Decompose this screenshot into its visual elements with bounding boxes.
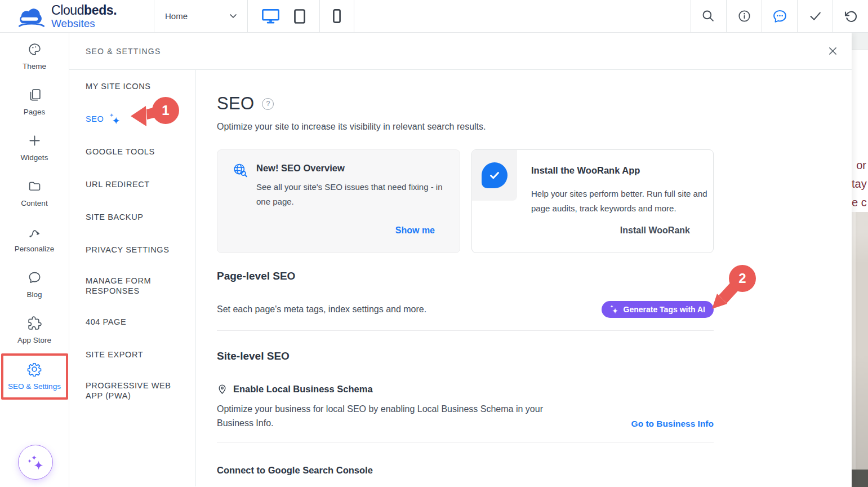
nav-item-pwa[interactable]: PROGRESSIVE WEB APP (PWA): [69, 371, 195, 410]
info-button[interactable]: [726, 0, 762, 32]
divider: [217, 330, 714, 331]
help-icon[interactable]: ?: [262, 98, 274, 110]
sidebar-item-content[interactable]: Content: [0, 179, 69, 224]
nav-item-site-backup[interactable]: SITE BACKUP: [69, 201, 195, 233]
sparkles-icon: [27, 454, 44, 471]
woorank-logo-tile: [472, 150, 517, 201]
mobile-preview-button[interactable]: [333, 9, 341, 23]
widgets-plus-icon: [28, 134, 42, 148]
cloudbeds-cloud-icon: [17, 5, 46, 28]
show-me-link[interactable]: Show me: [395, 225, 435, 236]
nav-item-404-page[interactable]: 404 PAGE: [69, 306, 195, 338]
page-subtitle: Optimize your site to increase its visib…: [217, 122, 714, 132]
undo-icon: [844, 10, 857, 23]
device-preview-group: [248, 0, 320, 32]
brand-name: Cloudbeds.: [51, 4, 117, 17]
chevron-down-icon: [230, 14, 237, 19]
card-body: See all your site's SEO issues that need…: [256, 180, 455, 209]
chat-bubble-icon: [773, 10, 787, 23]
location-pin-icon: [217, 384, 228, 395]
info-icon: [738, 10, 751, 23]
mobile-preview-cell: [320, 0, 354, 32]
desktop-icon: [262, 9, 279, 24]
woorank-logo-icon: [482, 162, 508, 188]
check-icon: [809, 10, 822, 23]
seo-overview-card: New! SEO Overview See all your site's SE…: [217, 149, 460, 253]
sidebar-item-seo-settings[interactable]: SEO & Settings: [0, 361, 69, 407]
feedback-chat-button[interactable]: [762, 0, 797, 32]
preview-text-fragment: e c: [852, 193, 868, 212]
sidebar-item-theme[interactable]: Theme: [0, 42, 69, 87]
tablet-icon: [294, 9, 305, 24]
panel-header: SEO & SETTINGS: [69, 33, 852, 70]
panel-title: SEO & SETTINGS: [86, 47, 161, 56]
nav-item-google-tools[interactable]: GOOGLE TOOLS: [69, 135, 195, 168]
search-icon: [702, 10, 715, 23]
sidebar-item-widgets[interactable]: Widgets: [0, 133, 69, 179]
local-business-schema-description: Optimize your business for local SEO by …: [217, 402, 562, 430]
woorank-card: Install the WooRank App Help your sites …: [471, 149, 714, 253]
site-preview-navbar: [852, 33, 868, 50]
ai-assistant-button[interactable]: [18, 445, 53, 480]
preview-text-fragment: or: [852, 156, 868, 175]
close-icon: [829, 47, 837, 55]
personalize-path-icon: [28, 225, 42, 239]
app-store-puzzle-icon: [28, 316, 42, 330]
nav-item-site-export[interactable]: SITE EXPORT: [69, 338, 195, 371]
sidebar-item-blog[interactable]: Blog: [0, 270, 69, 316]
desktop-preview-button[interactable]: [262, 9, 279, 24]
page-selector-dropdown[interactable]: Home: [154, 0, 248, 32]
nav-item-my-site-icons[interactable]: MY SITE ICONS: [69, 70, 195, 103]
app-root: Cloudbeds. Websites Home: [0, 0, 868, 487]
generate-tags-ai-button[interactable]: Generate Tags with AI: [602, 301, 714, 318]
card-title: Install the WooRank App: [531, 165, 640, 176]
undo-button[interactable]: [833, 0, 868, 32]
nav-item-url-redirect[interactable]: URL REDIRECT: [69, 168, 195, 201]
pages-icon: [28, 88, 42, 102]
go-to-business-info-link[interactable]: Go to Business Info: [631, 419, 714, 430]
seo-settings-panel: SEO & SETTINGS MY SITE ICONS SEO GOOGLE …: [69, 33, 852, 487]
preview-photo: [852, 212, 868, 470]
divider: [217, 442, 714, 442]
nav-item-manage-form-responses[interactable]: MANAGE FORM RESPONSES: [69, 266, 195, 306]
brand-product: Websites: [51, 18, 117, 29]
page-level-seo-title: Page-level SEO: [217, 270, 714, 282]
topbar: Cloudbeds. Websites Home: [0, 0, 868, 33]
site-preview-background: or tay e c: [852, 33, 868, 487]
preview-footer-band: [852, 470, 868, 487]
sidebar-item-app-store[interactable]: App Store: [0, 316, 69, 361]
settings-nav: MY SITE ICONS SEO GOOGLE TOOLS URL REDIR…: [69, 70, 196, 486]
page-selector-value: Home: [165, 11, 188, 21]
close-panel-button[interactable]: [826, 44, 840, 58]
nav-item-privacy-settings[interactable]: PRIVACY SETTINGS: [69, 233, 195, 266]
card-body: Help your sites perform better. Run full…: [531, 187, 719, 216]
blog-bubble-icon: [28, 271, 42, 285]
annotation-step-2: 2: [729, 265, 756, 292]
content-folder-icon: [28, 179, 42, 193]
local-business-schema-title: Enable Local Business Schema: [233, 384, 373, 395]
sparkle-icon: [610, 305, 619, 314]
page-level-seo-description: Set each page's meta tags, index setting…: [217, 304, 426, 315]
cloudbeds-logo: Cloudbeds. Websites: [0, 0, 154, 32]
mobile-icon: [333, 9, 341, 23]
globe-search-icon: [233, 163, 248, 253]
search-button[interactable]: [691, 0, 726, 32]
gear-icon: [27, 362, 42, 377]
preview-text-fragment: tay: [852, 175, 868, 193]
install-woorank-button[interactable]: Install WooRank: [620, 225, 690, 236]
page-title: SEO: [217, 94, 254, 114]
site-level-seo-title: Site-level SEO: [217, 350, 714, 362]
ai-sparkle-icon: [109, 113, 121, 125]
save-confirm-button[interactable]: [797, 0, 833, 32]
sidebar-item-pages[interactable]: Pages: [0, 87, 69, 133]
card-title: New! SEO Overview: [256, 163, 455, 174]
sidebar-item-personalize[interactable]: Personalize: [0, 224, 69, 270]
theme-palette-icon: [28, 42, 42, 56]
google-search-console-title: Connect to Google Search Console: [217, 465, 714, 476]
tablet-preview-button[interactable]: [294, 9, 305, 24]
editor-sidebar: Theme Pages Widgets Content: [0, 33, 69, 487]
annotation-step-1: 1: [152, 97, 179, 124]
